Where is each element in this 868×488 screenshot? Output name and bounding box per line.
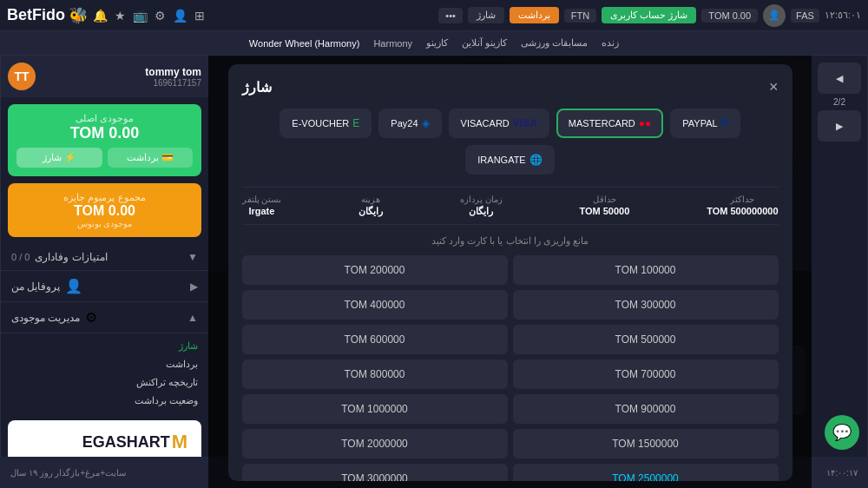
time-value: رایگان: [469, 206, 493, 217]
language-selector[interactable]: FAS: [791, 9, 819, 23]
amount-2000000[interactable]: TOM 2000000: [242, 429, 508, 458]
logo-text: BetFido: [7, 6, 65, 24]
pay24-icon: ◈: [422, 117, 430, 129]
tv-icon[interactable]: 📺: [133, 9, 148, 23]
bottom-time: ۱۴:۰۰:۱۷: [826, 468, 858, 478]
page-indicator: 2/2: [833, 97, 845, 107]
star-icon[interactable]: ★: [115, 9, 126, 23]
modal-close-button[interactable]: ×: [769, 78, 779, 96]
amount-300000[interactable]: TOM 300000: [513, 290, 779, 320]
user-icon[interactable]: 👤: [173, 9, 187, 23]
chevron-down-icon: ▼: [187, 251, 198, 263]
irangate-icon: 🌐: [529, 154, 542, 166]
charge-icon: ⚡: [64, 152, 76, 163]
sec-nav-item-casino-live[interactable]: کازینو آنلاین: [462, 37, 507, 49]
sidebar-prev-button[interactable]: ◀: [818, 63, 861, 94]
main-layout: ◀ 2/2 ▶ 🎮 D Q × شارژ: [0, 56, 868, 488]
fee-value: رایگان: [358, 206, 383, 217]
amount-2500000[interactable]: TOM 2500000: [513, 464, 779, 481]
grid-icon[interactable]: ⊞: [194, 9, 205, 23]
max-info: حداکثر TOM 500000000: [707, 195, 778, 217]
amount-700000[interactable]: TOM 700000: [513, 359, 779, 389]
modal-title: شارژ: [242, 79, 272, 96]
amount-3000000[interactable]: TOM 3000000: [242, 464, 508, 481]
user-avatar: TT: [8, 63, 36, 90]
wallet-item-charge[interactable]: شارژ: [1, 337, 208, 355]
right-sidebar: tommy tom 1696117157 TT موجودی اصلی TOM …: [0, 56, 208, 488]
sec-nav-item-live[interactable]: زنده: [602, 37, 619, 49]
bonus-sub: موجودی بونوس: [16, 219, 193, 228]
sidebar-withdraw-button[interactable]: 💳 برداشت: [108, 148, 194, 168]
max-label: حداکثر: [730, 195, 754, 204]
provider-value: Irgate: [248, 206, 274, 216]
balance-amount: TOM 0.00: [16, 124, 193, 142]
irangate-button[interactable]: 🌐 IRANGATE: [465, 145, 554, 175]
paypal-label: PAYPAL: [682, 118, 717, 129]
bottom-info-text2: سایت+مرغ+بازگذار روز ۱۹ سال: [10, 468, 126, 478]
fee-info: هزینه رایگان: [358, 195, 383, 217]
sidebar-deposit-button[interactable]: ⚡ شارژ: [16, 148, 102, 168]
sec-nav-item-wonder[interactable]: Wonder Wheel (Harmony): [249, 38, 360, 49]
pay24-button[interactable]: ◈ Pay24: [378, 109, 441, 138]
top-navigation: ١٢:٥٦:٠١ FAS 👤 TOM 0.00 شارژ حساب کاربری…: [0, 0, 868, 31]
loyalty-label: امتیازات وفاداری: [35, 251, 107, 263]
profile-label: پروفایل من: [11, 280, 60, 293]
chevron-right-icon: ▶: [190, 280, 198, 293]
loyalty-value: 0 / 0: [11, 252, 30, 262]
amount-800000[interactable]: TOM 800000: [242, 359, 508, 389]
chat-bubble-button[interactable]: 💬: [825, 415, 859, 450]
nav-right: ⊞ 👤 ⚙ 📺 ★ 🔔 🐝 BetFido: [7, 6, 205, 25]
charge-account-button[interactable]: شارژ حساب کاربری: [602, 7, 696, 23]
evoucher-icon: E: [352, 117, 359, 129]
evoucher-button[interactable]: E E-VOUCHER: [279, 109, 372, 138]
wallet-management-section[interactable]: ▲ ⚙ مدیریت موجودی: [1, 302, 208, 333]
sidebar-next-button[interactable]: ▶: [818, 110, 861, 142]
settings-icon: ⚙: [85, 309, 97, 326]
amount-400000[interactable]: TOM 400000: [242, 290, 508, 320]
amount-1500000[interactable]: TOM 1500000: [513, 429, 779, 458]
balance-card: موجودی اصلی TOM 0.00 💳 برداشت ⚡ شارژ: [8, 104, 201, 176]
time-label: زمان پردازه: [460, 195, 503, 204]
visacard-button[interactable]: VISA VISACARD: [449, 109, 549, 138]
profile-icon: 👤: [65, 278, 82, 294]
hint-text: مانع واریزی را انتخاب یا با کارت وارد کن…: [242, 235, 779, 247]
amount-grid: TOM 100000 TOM 200000 TOM 300000 TOM 400…: [242, 255, 779, 481]
bonus-label: مجموع پرمیوم جایزه: [16, 192, 193, 203]
amount-1000000[interactable]: TOM 1000000: [242, 394, 508, 424]
mastercard-button[interactable]: ●● MASTERCARD: [556, 109, 664, 138]
amount-600000[interactable]: TOM 600000: [242, 325, 508, 354]
avatar[interactable]: 👤: [763, 4, 786, 27]
ftn-badge: FTN: [564, 9, 596, 23]
amount-100000[interactable]: TOM 100000: [513, 255, 779, 285]
min-info: حداقل TOM 50000: [579, 195, 629, 217]
amount-500000[interactable]: TOM 500000: [513, 325, 779, 354]
loyalty-section[interactable]: ▼ امتیازات وفاداری 0 / 0: [1, 244, 208, 271]
more-button[interactable]: •••: [438, 8, 463, 23]
mastercard-label: MASTERCARD: [569, 118, 635, 129]
sec-nav-item-sports[interactable]: مسابقات ورزشی: [521, 37, 588, 49]
bonus-amount: TOM 0.00: [16, 203, 193, 219]
nav-icons: ⊞ 👤 ⚙ 📺 ★ 🔔: [93, 9, 205, 23]
wallet-item-history[interactable]: تاریخچه تراکنش: [1, 373, 208, 392]
wallet-item-status[interactable]: وضعیت برداشت: [1, 392, 208, 410]
deposit-button[interactable]: برداشت: [510, 7, 559, 23]
bell-icon[interactable]: 🔔: [93, 9, 108, 23]
paypal-button[interactable]: P PAYPAL: [670, 109, 740, 138]
user-id: 1696117157: [145, 78, 201, 88]
settings-icon[interactable]: ⚙: [155, 9, 166, 23]
sec-nav-item-harmony[interactable]: Harmony: [373, 38, 412, 49]
withdraw-button[interactable]: شارژ: [468, 7, 504, 23]
profile-section[interactable]: ▶ 👤 پروفایل من: [1, 271, 208, 302]
megashart-text: EGASHART: [82, 433, 170, 452]
sec-nav-item-casino[interactable]: کازینو: [426, 37, 448, 49]
amount-900000[interactable]: TOM 900000: [513, 394, 779, 424]
fee-label: هزینه: [361, 195, 380, 204]
amount-200000[interactable]: TOM 200000: [242, 255, 508, 285]
pay24-label: Pay24: [391, 118, 418, 129]
chevron-up-icon: ▲: [187, 312, 198, 324]
provider-label: بستن پلتفر: [242, 195, 282, 204]
wallet-item-withdraw[interactable]: برداشت: [1, 355, 208, 373]
bonus-card: مجموع پرمیوم جایزه TOM 0.00 موجودی بونوس: [8, 183, 201, 237]
visa-icon: VISA: [513, 117, 537, 129]
secondary-navigation: زنده مسابقات ورزشی کازینو آنلاین کازینو …: [0, 31, 868, 56]
